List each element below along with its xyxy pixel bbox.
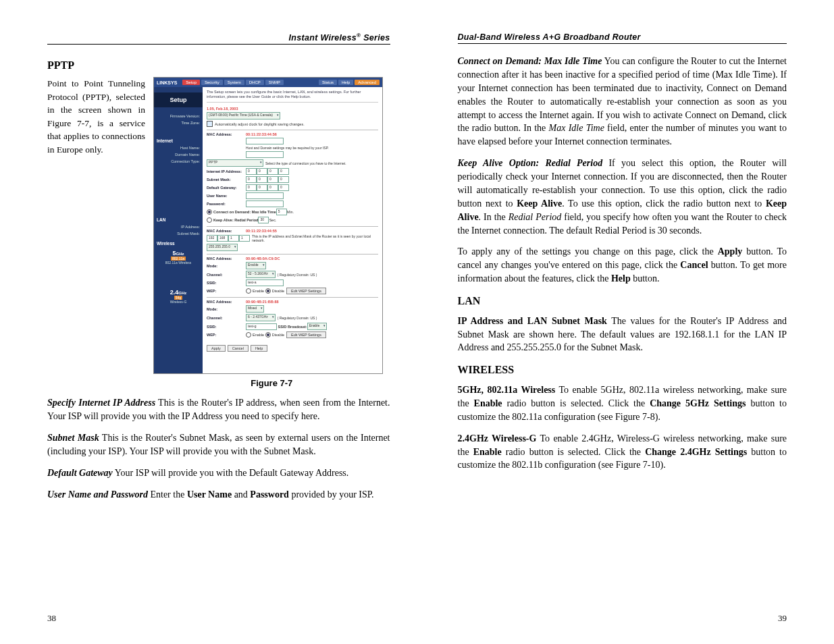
ssidb-select[interactable]: Enable — [307, 323, 328, 330]
para-connect-on-demand: Connect on Demand: Max Idle Time You can… — [458, 55, 787, 149]
side-wireless: Wireless — [154, 240, 203, 247]
section-pptp: PPTP — [47, 59, 390, 72]
ssid5-input[interactable]: test-a — [246, 279, 284, 286]
figure-7-7-screenshot: LINKSYS Setup Security System DHCP SNMP … — [153, 77, 383, 374]
para-lan: IP Address and LAN Subnet Mask The value… — [458, 315, 787, 355]
page-number-left: 38 — [47, 613, 56, 624]
ka-radio[interactable] — [207, 217, 212, 223]
header-right: Dual-Band Wireless A+G Broadband Router — [458, 32, 787, 44]
para-specify-ip: Specify Internet IP Address This is the … — [47, 396, 390, 423]
header-left: Instant Wireless® Series — [47, 32, 390, 45]
help-button[interactable]: Help — [251, 345, 267, 352]
password-input[interactable] — [246, 200, 284, 207]
mode5-select[interactable]: Enable — [246, 262, 266, 269]
side-host: Host Name: — [154, 144, 203, 151]
ch24-select[interactable]: 6 - 2.437GHz — [246, 314, 276, 321]
ssid24-input[interactable]: test-g — [246, 323, 277, 330]
side-fw-label: Firmware Version: — [154, 113, 203, 119]
mode24-select[interactable]: Mixed — [246, 305, 264, 313]
nav-snmp[interactable]: SNMP — [265, 80, 284, 85]
nav-help[interactable]: Help — [338, 80, 353, 85]
side-lan: LAN — [154, 216, 203, 223]
wep24-button[interactable]: Edit WEP Settings — [286, 331, 326, 338]
side-internet: Internet — [154, 137, 203, 144]
side-setup: Setup — [154, 92, 203, 107]
timezone-select[interactable]: (GMT-08:00) Pacific Time (USA & Canada) — [207, 112, 280, 119]
figure-caption: Figure 7-7 — [153, 378, 390, 388]
domain-input[interactable] — [246, 151, 284, 158]
page-number-right: 39 — [778, 613, 787, 624]
host-input[interactable] — [246, 138, 284, 144]
cancel-button[interactable]: Cancel — [228, 345, 249, 352]
linksys-logo: LINKSYS — [157, 80, 177, 85]
nav-system[interactable]: System — [224, 80, 244, 85]
nav-advanced[interactable]: Advanced — [355, 80, 380, 85]
pptp-intro: Point to Point Tunneling Protocol (PPTP)… — [47, 77, 145, 388]
cod-radio[interactable] — [207, 209, 212, 215]
nav-status[interactable]: Status — [319, 80, 337, 85]
nav-dhcp[interactable]: DHCP — [246, 80, 264, 85]
side-domain: Domain Name: — [154, 151, 203, 158]
lan-subnet-select[interactable]: 255.255.255.0 — [207, 244, 238, 251]
section-lan: LAN — [458, 294, 787, 309]
dst-checkbox[interactable] — [207, 121, 213, 127]
side-lanip: IP Address: — [154, 223, 203, 230]
setup-desc: The Setup screen lets you configure the … — [207, 90, 378, 103]
username-input[interactable] — [246, 192, 284, 199]
section-wireless: WIRELESS — [458, 363, 787, 378]
nav-security[interactable]: Security — [201, 80, 223, 85]
para-default-gateway: Default Gateway Your ISP will provide yo… — [47, 466, 390, 480]
ch5-select[interactable]: 52 - 5.26GHz — [246, 271, 276, 278]
side-tz-label: Time Zone: — [154, 119, 203, 126]
apply-button[interactable]: Apply — [207, 345, 226, 352]
para-user-pass: User Name and Password Enter the User Na… — [47, 488, 390, 502]
para-subnet-mask: Subnet Mask This is the Router's Subnet … — [47, 431, 390, 458]
para-keep-alive: Keep Alive Option: Redial Period If you … — [458, 157, 787, 237]
side-conn: Connection Type: — [154, 158, 203, 165]
para-5ghz: 5GHz, 802.11a Wireless To enable 5GHz, 8… — [458, 383, 787, 424]
para-apply-cancel-help: To apply any of the settings you change … — [458, 245, 787, 286]
conn-type-select[interactable]: PPTP — [207, 159, 263, 167]
nav-setup[interactable]: Setup — [182, 80, 200, 85]
wep5-button[interactable]: Edit WEP Settings — [286, 288, 326, 294]
para-24ghz: 2.4GHz Wireless-G To enable 2.4GHz, Wire… — [458, 432, 787, 473]
side-lansm: Subnet Mask: — [154, 230, 203, 237]
